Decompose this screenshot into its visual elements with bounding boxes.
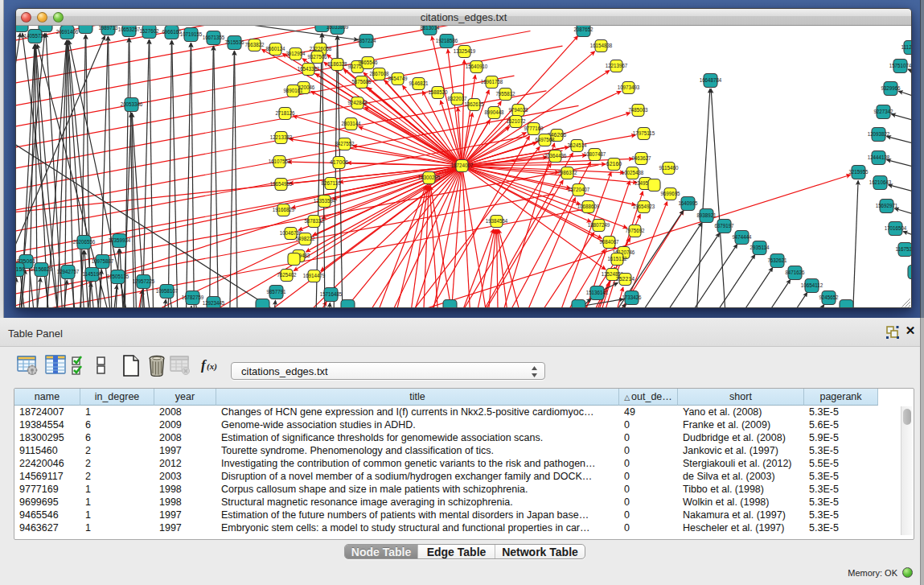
- select-rows-icon[interactable]: [72, 355, 88, 377]
- delete-column-icon[interactable]: [147, 355, 166, 377]
- graph-node-teal[interactable]: [908, 266, 911, 279]
- table-settings-icon[interactable]: [17, 355, 38, 377]
- graph-edge[interactable]: [892, 114, 911, 126]
- table-vertical-scrollbar[interactable]: [901, 406, 913, 535]
- table-row[interactable]: 1872400712008Changes of HCN gene express…: [14, 406, 899, 418]
- column-header-in_degree[interactable]: in_degree: [80, 389, 154, 406]
- window-titlebar[interactable]: citations_edges.txt: [16, 9, 911, 26]
- graph-edge[interactable]: [338, 36, 347, 308]
- graph-edge[interactable]: [129, 39, 139, 308]
- column-header-out_de[interactable]: △out_de…: [619, 389, 678, 406]
- table-body[interactable]: 1872400712008Changes of HCN gene express…: [14, 406, 899, 534]
- graph-edge[interactable]: [207, 47, 214, 308]
- graph-edge[interactable]: [434, 229, 494, 307]
- graph-edge[interactable]: [899, 91, 912, 102]
- graph-node-label: 10807487: [584, 151, 606, 157]
- tab-node-table[interactable]: Node Table: [345, 545, 418, 559]
- graph-edge[interactable]: [887, 137, 911, 148]
- column-header-short[interactable]: short: [678, 389, 804, 406]
- graph-node-label: 3624514: [567, 142, 586, 148]
- graph-edge[interactable]: [739, 305, 824, 307]
- sort-ascending-icon: △: [624, 393, 630, 402]
- graph-node-label: 7857224: [356, 38, 376, 43]
- graph-edge[interactable]: [147, 288, 157, 307]
- graph-node-yellow[interactable]: [648, 179, 660, 192]
- column-chooser-icon[interactable]: [45, 355, 66, 377]
- scrollbar-thumb[interactable]: [903, 409, 911, 425]
- graph-edge[interactable]: [191, 43, 198, 308]
- cell-in_degree: 6: [80, 418, 154, 431]
- table-row[interactable]: 1938455462009Genome-wide association stu…: [14, 418, 899, 431]
- graph-edge[interactable]: [851, 181, 859, 308]
- graph-node-label: 8990448: [484, 109, 503, 115]
- graph-edge[interactable]: [722, 293, 807, 307]
- table-row[interactable]: 2242004622012Investigating the contribut…: [14, 457, 899, 470]
- graph-node-label: 20206556: [73, 239, 96, 245]
- graph-edge[interactable]: [693, 89, 710, 308]
- citation-network-graph[interactable]: 1405572120691406198971310653257152760269…: [16, 26, 911, 307]
- graph-edge[interactable]: [903, 232, 911, 242]
- graph-edge[interactable]: [711, 89, 729, 308]
- graph-edge[interactable]: [688, 268, 773, 307]
- graph-edge[interactable]: [359, 127, 462, 166]
- graph-node-label: 10973493: [618, 84, 640, 90]
- function-builder-icon[interactable]: f(x): [200, 355, 221, 377]
- graph-node-label: 8471626: [785, 270, 804, 275]
- graph-node-teal[interactable]: [341, 300, 355, 308]
- network-table-select[interactable]: citations_edges.txt: [231, 362, 545, 380]
- graph-edge[interactable]: [226, 51, 235, 308]
- table-row[interactable]: 946362711997Embryonic stem cells: a mode…: [14, 521, 899, 534]
- table-row[interactable]: 969969511998Structural magnetic resonanc…: [14, 496, 899, 509]
- graph-edge[interactable]: [294, 116, 462, 166]
- canvas-resize-grip[interactable]: [902, 299, 911, 307]
- graph-node-label: 9777169: [524, 126, 543, 131]
- graph-node-yellow[interactable]: [288, 253, 300, 266]
- float-panel-icon[interactable]: [885, 325, 900, 340]
- close-panel-icon[interactable]: ✕: [903, 323, 918, 338]
- graph-edge[interactable]: [887, 160, 911, 171]
- graph-node-label: 8813014: [420, 26, 439, 31]
- table-panel: Table Panel ✕ f(x)citations_edges.txt na…: [0, 318, 924, 585]
- graph-node-label: 8186328: [327, 61, 347, 67]
- graph-edge[interactable]: [16, 105, 579, 211]
- graph-edge[interactable]: [634, 233, 720, 307]
- tab-network-table[interactable]: Network Table: [495, 545, 585, 559]
- column-header-title[interactable]: title: [216, 389, 619, 406]
- cell-in_degree: 1: [80, 483, 154, 496]
- network-canvas[interactable]: 1405572120691406198971310653257152760269…: [16, 26, 911, 307]
- graph-edge[interactable]: [182, 43, 191, 308]
- graph-edge[interactable]: [429, 187, 446, 308]
- graph-edge[interactable]: [908, 69, 911, 80]
- graph-edge[interactable]: [889, 185, 911, 196]
- graph-node-label: 17957225: [133, 278, 155, 284]
- column-header-pagerank[interactable]: pagerank: [804, 389, 878, 406]
- table-row[interactable]: 911546021997Tourette syndrome. Phenomeno…: [14, 444, 899, 457]
- graph-edge[interactable]: [235, 51, 240, 308]
- row-height-icon[interactable]: [96, 355, 107, 377]
- graph-edge[interactable]: [895, 208, 911, 220]
- graph-node-teal[interactable]: [840, 300, 853, 308]
- graph-edge[interactable]: [172, 41, 183, 308]
- graph-node-label: 1733426: [622, 295, 641, 300]
- graph-node-label: 8427552: [335, 141, 354, 146]
- tab-edge-table[interactable]: Edge Table: [418, 545, 495, 559]
- table-row[interactable]: 1830029562008Estimation of significance …: [14, 431, 899, 444]
- graph-node-teal[interactable]: [256, 299, 269, 308]
- new-column-icon[interactable]: [121, 355, 141, 377]
- graph-edge[interactable]: [214, 47, 223, 308]
- table-header-row[interactable]: namein_degreeyeartitle△out_de…shortpager…: [14, 389, 899, 406]
- graph-node-teal[interactable]: [443, 300, 457, 308]
- column-header-name[interactable]: name: [14, 389, 80, 406]
- graph-edge[interactable]: [705, 280, 791, 307]
- delete-table-icon[interactable]: [170, 355, 191, 377]
- cell-short: Franke et al. (2009): [678, 418, 804, 431]
- table-row[interactable]: 946554611997Estimation of the future num…: [14, 509, 899, 521]
- table-row[interactable]: 977716911998Corpus callosum shape and si…: [14, 483, 899, 496]
- table-row[interactable]: 1456911722003Disruption of a novel membe…: [14, 470, 899, 483]
- graph-edge[interactable]: [166, 41, 172, 308]
- column-header-year[interactable]: year: [154, 389, 216, 406]
- graph-edge[interactable]: [86, 35, 94, 308]
- graph-node-teal[interactable]: [79, 26, 92, 34]
- graph-node-teal[interactable]: [572, 300, 585, 308]
- graph-node-teal[interactable]: [16, 26, 28, 32]
